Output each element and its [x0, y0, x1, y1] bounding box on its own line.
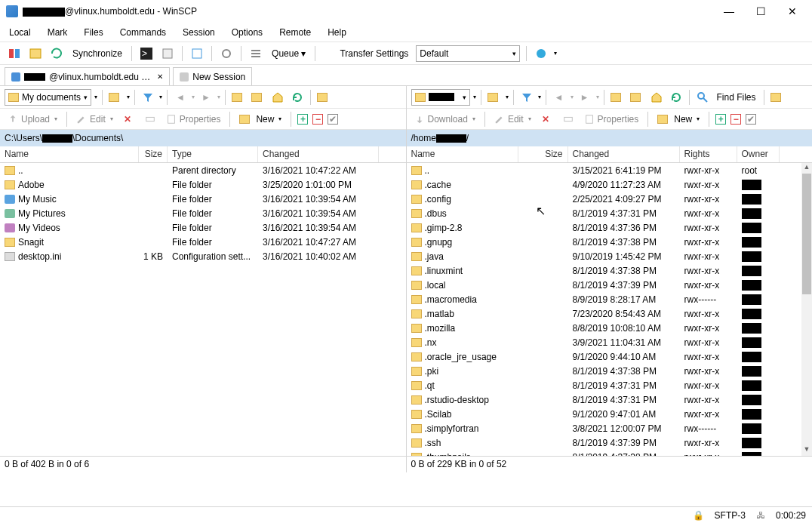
table-row[interactable]: SnagitFile folder3/16/2021 10:47:27 AM [0, 235, 406, 249]
col-name[interactable]: Name [407, 146, 518, 162]
table-row[interactable]: desktop.ini1 KBConfiguration sett...3/16… [0, 249, 406, 263]
download-button[interactable]: Download▾ [411, 112, 478, 126]
invert-select-icon[interactable]: ✔ [328, 114, 338, 125]
sync-browse-icon[interactable] [48, 45, 65, 62]
scrollbar[interactable]: ▲ ▼ [801, 163, 812, 456]
table-row[interactable]: .ssh8/1/2019 4:37:39 PMrwxr-xr-x [407, 435, 813, 450]
filter-icon[interactable] [140, 89, 156, 106]
local-file-list[interactable]: Name Size Type Changed ..Parent director… [0, 146, 406, 456]
menu-options[interactable]: Options [229, 26, 266, 39]
new-session-tab[interactable]: New Session [173, 67, 252, 85]
reconnect-icon[interactable] [533, 45, 549, 62]
delete-button[interactable]: ✕ [539, 112, 555, 126]
new-folder-button[interactable]: New▾ [654, 112, 703, 126]
menu-remote[interactable]: Remote [276, 26, 314, 39]
scroll-up-icon[interactable]: ▲ [801, 163, 812, 174]
edit-button[interactable]: Edit▾ [73, 112, 116, 126]
transfer-settings-combo[interactable]: Default▾ [416, 45, 520, 62]
local-dir-combo[interactable]: My documents▾ [5, 89, 91, 106]
table-row[interactable]: .rstudio-desktop8/1/2019 4:37:31 PMrwxr-… [407, 392, 813, 407]
preferences-icon[interactable] [218, 45, 235, 62]
table-row[interactable]: .dbus8/1/2019 4:37:31 PMrwxr-xr-x [407, 206, 813, 220]
col-changed[interactable]: Changed [258, 146, 379, 162]
filter-icon[interactable] [518, 89, 535, 106]
table-row[interactable]: .config2/25/2021 4:09:27 PMrwxr-xr-x [407, 192, 813, 206]
col-changed[interactable]: Changed [568, 146, 680, 162]
forward-icon[interactable]: ► [577, 89, 593, 106]
col-rights[interactable]: Rights [680, 146, 737, 162]
synchronize-button[interactable]: Synchronize [69, 47, 125, 60]
terminal-icon[interactable]: > [138, 45, 155, 62]
table-row[interactable]: .pki8/1/2019 4:37:38 PMrwxr-xr-x [407, 364, 813, 378]
back-icon[interactable]: ◄ [551, 89, 567, 106]
table-row[interactable]: ..3/15/2021 6:41:19 PMrwxr-xr-xroot [407, 163, 813, 177]
properties-button[interactable]: Properties [163, 112, 224, 126]
col-type[interactable]: Type [168, 146, 258, 162]
table-row[interactable]: .qt8/1/2019 4:37:31 PMrwxr-xr-x [407, 378, 813, 392]
minimize-button[interactable]: — [720, 5, 738, 17]
close-button[interactable]: ✕ [783, 5, 801, 17]
open-folder-icon[interactable] [107, 89, 124, 106]
remote-file-list[interactable]: Name Size Changed Rights Owner ..3/15/20… [407, 146, 813, 456]
invert-select-icon[interactable]: ✔ [746, 114, 756, 125]
menu-session[interactable]: Session [180, 26, 218, 39]
table-row[interactable]: .nx3/9/2021 11:04:31 AMrwxr-xr-x [407, 335, 813, 349]
table-row[interactable]: .linuxmint8/1/2019 4:37:38 PMrwxr-xr-x [407, 263, 813, 278]
menu-local[interactable]: Local [6, 26, 34, 39]
table-row[interactable]: My VideosFile folder3/16/2021 10:39:54 A… [0, 220, 406, 235]
bookmark-icon[interactable] [769, 89, 786, 106]
upload-button[interactable]: Upload▾ [5, 112, 60, 126]
table-row[interactable]: .simplyfortran3/8/2021 12:00:07 PMrwx---… [407, 421, 813, 435]
table-row[interactable]: .Scilab9/1/2020 9:47:01 AMrwxr-xr-x [407, 407, 813, 421]
table-row[interactable]: .thumbnails8/1/2019 4:37:38 PMrwxr-xr-x [407, 450, 813, 456]
find-icon[interactable] [694, 89, 711, 106]
queue-icon[interactable] [248, 45, 264, 62]
table-row[interactable]: .java9/10/2019 1:45:42 PMrwxr-xr-x [407, 249, 813, 263]
session-tab-active[interactable]: @vlinux.humboldt.edu … ✕ [5, 67, 170, 85]
unselect-all-icon[interactable]: − [312, 114, 323, 125]
table-row[interactable]: .gnupg8/1/2019 4:37:38 PMrwxr-xr-x [407, 235, 813, 249]
col-size[interactable]: Size [518, 146, 568, 162]
open-folder-icon[interactable] [486, 89, 503, 106]
close-tab-icon[interactable]: ✕ [157, 72, 163, 81]
table-row[interactable]: .local8/1/2019 4:37:39 PMrwxr-xr-x [407, 278, 813, 292]
scrollbar-thumb[interactable] [802, 174, 811, 294]
menu-help[interactable]: Help [324, 26, 349, 39]
tab-split-icon[interactable] [6, 45, 23, 62]
edit-button[interactable]: Edit▾ [491, 112, 534, 126]
table-row[interactable]: .matlab7/23/2020 8:54:43 AMrwxr-xr-x [407, 306, 813, 321]
scroll-down-icon[interactable]: ▼ [801, 445, 812, 456]
root-folder-icon[interactable] [629, 89, 645, 106]
table-row[interactable]: ..Parent directory3/16/2021 10:47:22 AM [0, 163, 406, 177]
home-icon[interactable] [648, 89, 665, 106]
menu-mark[interactable]: Mark [45, 26, 71, 39]
back-icon[interactable]: ◄ [172, 89, 189, 106]
table-row[interactable]: My MusicFile folder3/16/2021 10:39:54 AM [0, 192, 406, 206]
queue-button[interactable]: Queue ▾ [269, 47, 309, 60]
col-owner[interactable]: Owner [737, 146, 780, 162]
root-folder-icon[interactable] [250, 89, 266, 106]
rename-button[interactable] [142, 112, 158, 126]
maximize-button[interactable]: ☐ [752, 5, 770, 17]
refresh-icon[interactable] [668, 89, 684, 106]
bookmark-icon[interactable] [315, 89, 332, 106]
menu-commands[interactable]: Commands [117, 26, 169, 39]
menu-files[interactable]: Files [81, 26, 106, 39]
table-row[interactable]: .oracle_jre_usage9/1/2020 9:44:10 AMrwxr… [407, 349, 813, 364]
home-icon[interactable] [269, 89, 286, 106]
parent-folder-icon[interactable] [230, 89, 247, 106]
table-row[interactable]: .cache4/9/2020 11:27:23 AMrwxr-xr-x [407, 177, 813, 192]
find-files-button[interactable]: Find Files [714, 91, 759, 104]
delete-button[interactable]: ✕ [121, 112, 137, 126]
table-row[interactable]: .macromedia8/9/2019 8:28:17 AMrwx------ [407, 292, 813, 306]
parent-folder-icon[interactable] [609, 89, 626, 106]
new-folder-button[interactable]: New▾ [236, 112, 285, 126]
select-all-icon[interactable]: + [297, 114, 308, 125]
table-row[interactable]: .mozilla8/8/2019 10:08:10 AMrwxr-xr-x [407, 321, 813, 335]
forward-icon[interactable]: ► [198, 89, 214, 106]
col-name[interactable]: Name [0, 146, 139, 162]
unselect-all-icon[interactable]: − [730, 114, 741, 125]
rename-button[interactable] [560, 112, 577, 126]
new-window-icon[interactable] [189, 45, 205, 62]
refresh-icon[interactable] [289, 89, 306, 106]
